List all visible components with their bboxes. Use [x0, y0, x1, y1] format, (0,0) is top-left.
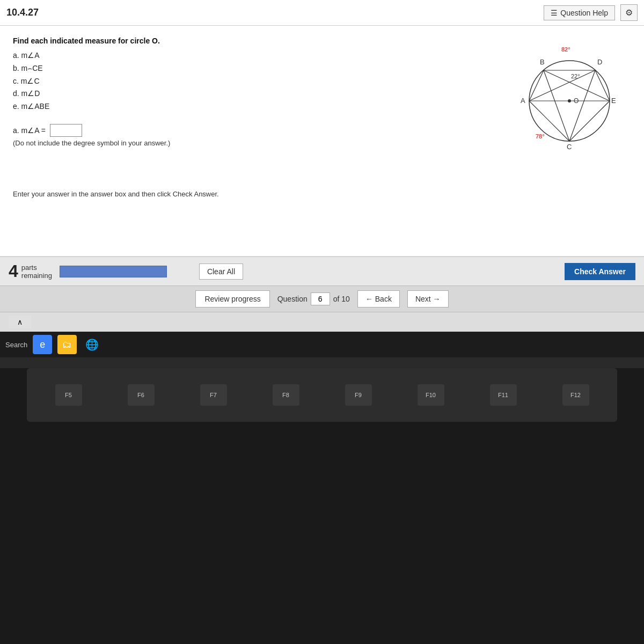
taskbar-edge-icon[interactable]: e — [33, 335, 52, 354]
taskbar-chrome-icon[interactable]: 🌐 — [82, 335, 101, 354]
question-nav: Question of 10 — [277, 292, 350, 305]
list-item: b. m⌢CE — [13, 62, 502, 75]
chevron-up-button[interactable]: ∧ — [9, 316, 31, 328]
app-window: 10.4.27 ☰ Question Help ⚙ Find each indi… — [0, 0, 644, 332]
problem-number: 10.4.27 — [6, 7, 39, 18]
parts-label-line1: parts — [21, 264, 52, 272]
top-bar: 10.4.27 ☰ Question Help ⚙ — [0, 0, 644, 26]
check-answer-label: Check Answer — [574, 267, 626, 276]
list-icon: ☰ — [551, 9, 558, 17]
bottom-bar-wrapper: 4 parts remaining Clear All Check Answer… — [0, 257, 644, 332]
key-f5[interactable]: F5 — [55, 384, 82, 406]
answer-label: a. m∠A = — [13, 124, 502, 137]
svg-text:78°: 78° — [536, 133, 545, 140]
left-content: Find each indicated measure for circle O… — [13, 36, 502, 251]
svg-text:B: B — [540, 58, 545, 66]
parts-label-group: parts remaining — [21, 264, 52, 280]
question-help-button[interactable]: ☰ Question Help — [544, 5, 615, 20]
back-button[interactable]: ← Back — [357, 290, 400, 308]
main-bottom-row: 4 parts remaining Clear All Check Answer — [0, 257, 644, 286]
parts-number: 4 — [9, 261, 18, 281]
next-label: Next → — [415, 295, 441, 303]
circle-diagram: O — [513, 36, 620, 155]
key-f12[interactable]: F12 — [562, 384, 589, 406]
svg-line-11 — [595, 70, 610, 101]
answer-label-text: a. m∠A = — [13, 126, 46, 135]
list-item: c. m∠C — [13, 75, 502, 88]
question-label: Question — [277, 295, 308, 303]
clear-all-button[interactable]: Clear All — [199, 264, 243, 280]
svg-line-9 — [544, 70, 569, 141]
svg-text:E: E — [611, 97, 616, 105]
back-label: ← Back — [365, 295, 392, 303]
progress-bar — [60, 266, 167, 277]
next-button[interactable]: Next → — [407, 290, 449, 308]
problem-title: Find each indicated measure for circle O… — [13, 36, 502, 45]
key-f8[interactable]: F8 — [273, 384, 299, 406]
diagram-area: O — [513, 36, 631, 251]
taskbar: Search e 🗂 🌐 — [0, 332, 644, 357]
check-answer-button[interactable]: Check Answer — [565, 263, 635, 280]
parts-label-line2: remaining — [21, 272, 52, 280]
of-label: of 10 — [333, 295, 350, 303]
key-f10[interactable]: F10 — [418, 384, 444, 406]
key-f11[interactable]: F11 — [490, 384, 517, 406]
question-number-input[interactable] — [311, 292, 330, 305]
keyboard-body: F5 F6 F7 F8 F9 F10 F11 F12 — [27, 368, 617, 422]
clear-all-label: Clear All — [207, 267, 235, 276]
svg-text:D: D — [597, 58, 602, 66]
review-progress-button[interactable]: Review progress — [195, 290, 269, 308]
svg-line-10 — [569, 70, 595, 141]
list-item: d. m∠D — [13, 87, 502, 100]
answer-section: a. m∠A = (Do not include the degree symb… — [13, 124, 502, 147]
svg-text:22°: 22° — [571, 73, 580, 79]
gear-button[interactable]: ⚙ — [620, 4, 638, 21]
navigation-row: Review progress Question of 10 ← Back Ne… — [0, 286, 644, 312]
answer-input[interactable] — [50, 124, 82, 137]
svg-text:A: A — [521, 97, 525, 105]
answer-hint: (Do not include the degree symbol in you… — [13, 139, 502, 147]
svg-line-12 — [569, 101, 610, 141]
enter-instruction: Enter your answer in the answer box and … — [13, 190, 502, 198]
svg-line-3 — [529, 70, 544, 101]
question-help-label: Question Help — [560, 9, 608, 17]
taskbar-search-label: Search — [5, 341, 27, 349]
content-area: Find each indicated measure for circle O… — [0, 26, 644, 257]
review-progress-label: Review progress — [204, 295, 260, 303]
chevron-section: ∧ — [0, 312, 644, 332]
svg-text:82°: 82° — [561, 46, 570, 53]
gear-icon: ⚙ — [625, 8, 633, 17]
key-f9[interactable]: F9 — [345, 384, 372, 406]
parts-list: a. m∠A b. m⌢CE c. m∠C d. m∠D e. m∠ABE — [13, 49, 502, 113]
list-item: a. m∠A — [13, 49, 502, 62]
taskbar-files-icon[interactable]: 🗂 — [57, 335, 77, 354]
key-f7[interactable]: F7 — [200, 384, 227, 406]
keyboard-area: F5 F6 F7 F8 F9 F10 F11 F12 — [0, 368, 644, 644]
list-item: e. m∠ABE — [13, 100, 502, 113]
top-bar-right: ☰ Question Help ⚙ — [544, 4, 638, 21]
svg-text:C: C — [567, 143, 572, 151]
key-f6[interactable]: F6 — [128, 384, 155, 406]
